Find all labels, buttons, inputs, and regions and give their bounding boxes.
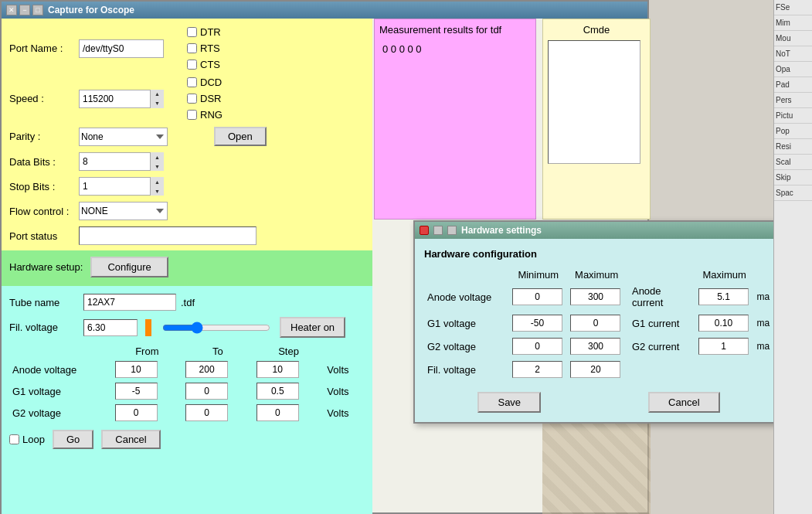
sidebar-item[interactable]: Pop xyxy=(774,124,812,139)
table-row: G2 voltage Volts xyxy=(9,402,365,424)
g2-max-input[interactable] xyxy=(570,338,620,355)
cts-checkbox[interactable] xyxy=(187,60,197,70)
parity-select[interactable]: None Even Odd xyxy=(79,128,168,146)
parity-spinner: None Even Odd xyxy=(79,128,168,146)
heater-button[interactable]: Heater on xyxy=(280,317,345,338)
rng-checkbox[interactable] xyxy=(187,110,197,120)
dtr-checkbox[interactable] xyxy=(187,27,197,37)
anode-from-input[interactable] xyxy=(115,361,158,378)
fil-max-input[interactable] xyxy=(570,361,620,378)
anode-unit: Volts xyxy=(324,359,365,380)
port-status-input[interactable] xyxy=(79,226,257,245)
flow-control-select[interactable]: NONE XON/XOFF RTS/CTS xyxy=(79,202,168,220)
sidebar-item[interactable]: Pad xyxy=(774,77,812,93)
loop-label: Loop xyxy=(22,434,45,445)
sidebar-item[interactable]: Skip xyxy=(774,170,812,186)
sidebar-item[interactable]: Scal xyxy=(774,155,812,170)
speed-down-button[interactable]: ▼ xyxy=(151,99,164,108)
sidebar-item[interactable]: Pictu xyxy=(774,108,812,124)
g1-from-input[interactable] xyxy=(115,383,158,400)
sidebar-item[interactable]: NoT xyxy=(774,46,812,62)
g2-from-input[interactable] xyxy=(115,404,158,421)
cyan-panel: Tube name .tdf Fil. voltage Heater on Fr… xyxy=(2,286,372,514)
sidebar-item[interactable]: Resi xyxy=(774,139,812,155)
th-maximum2: Maximum xyxy=(695,267,753,282)
hardware-setup-panel: Hardware setup: Configure xyxy=(2,250,372,290)
dsr-checkbox[interactable] xyxy=(187,94,197,104)
g1-step-input[interactable] xyxy=(257,383,299,400)
hw-maximize-icon[interactable] xyxy=(447,226,457,235)
port-name-input[interactable] xyxy=(79,39,164,58)
sidebar-item[interactable]: Pers xyxy=(774,93,812,108)
data-bits-down-button[interactable]: ▼ xyxy=(151,162,164,171)
table-row: G1 voltage G1 current ma xyxy=(424,311,773,335)
anode-current-unit: ma xyxy=(753,282,773,311)
measurement-title: Measurement results for tdf xyxy=(379,24,531,36)
fil-slider[interactable] xyxy=(162,321,270,335)
g1-voltage-label: G1 voltage xyxy=(9,380,112,402)
port-status-row: Port status xyxy=(9,226,365,245)
g2-voltage-label: G2 voltage xyxy=(9,402,112,424)
sidebar-item[interactable]: Opa xyxy=(774,62,812,77)
fil-min-input[interactable] xyxy=(512,361,562,378)
data-bits-label: Data Bits : xyxy=(9,156,79,168)
voltage-table: From To Step Anode voltage Volts G1 volt… xyxy=(9,344,365,424)
anode-current-input[interactable] xyxy=(698,288,749,305)
dcd-checkbox[interactable] xyxy=(187,77,197,87)
g2-voltage-label: G2 voltage xyxy=(424,335,509,358)
cmde-title: Cmde xyxy=(548,24,645,36)
cancel-button[interactable]: Cancel xyxy=(101,430,160,449)
col-header-step: Step xyxy=(253,344,324,359)
speed-row: Speed : ▲ ▼ DCD DSR RNG xyxy=(9,77,365,121)
stop-bits-label: Stop Bits : xyxy=(9,181,79,192)
g2-to-input[interactable] xyxy=(185,404,228,421)
col-header-unit xyxy=(324,344,365,359)
g2-step-input[interactable] xyxy=(257,404,299,421)
th-empty2 xyxy=(626,267,695,282)
sidebar-item[interactable]: FSe xyxy=(774,0,812,15)
close-icon[interactable]: ✕ xyxy=(6,5,17,15)
sidebar-item[interactable]: Mim xyxy=(774,15,812,31)
stop-bits-up-button[interactable]: ▲ xyxy=(151,177,164,186)
th-minimum: Minimum xyxy=(509,267,567,282)
g1-max-input[interactable] xyxy=(570,315,620,332)
hw-dialog-title: Hardware settings xyxy=(461,225,542,236)
minimize-icon[interactable]: − xyxy=(19,5,30,15)
go-button[interactable]: Go xyxy=(53,430,93,449)
g2-min-input[interactable] xyxy=(512,338,562,355)
g1-min-input[interactable] xyxy=(512,315,562,332)
dcd-row: DCD xyxy=(187,77,223,88)
rts-checkbox[interactable] xyxy=(187,43,197,53)
data-bits-up-button[interactable]: ▲ xyxy=(151,152,164,162)
anode-max-input[interactable] xyxy=(570,288,620,305)
table-row: Fil. voltage xyxy=(424,358,773,381)
sidebar-item[interactable]: Spac xyxy=(774,186,812,201)
dtr-rts-cts-group: DTR RTS CTS xyxy=(187,26,221,70)
g2-current-input[interactable] xyxy=(698,338,749,355)
maximize-icon[interactable]: □ xyxy=(32,5,43,15)
hw-minimize-icon[interactable] xyxy=(433,226,443,235)
anode-to-input[interactable] xyxy=(185,361,228,378)
anode-step-input[interactable] xyxy=(257,361,299,378)
flow-control-label: Flow control : xyxy=(9,206,79,217)
sidebar-item[interactable]: Mou xyxy=(774,31,812,46)
hw-cancel-button[interactable]: Cancel xyxy=(648,392,719,413)
loop-checkbox[interactable] xyxy=(9,434,19,444)
g1-to-input[interactable] xyxy=(185,383,228,400)
tube-name-input[interactable] xyxy=(83,294,176,311)
anode-min-input[interactable] xyxy=(512,288,562,305)
hardware-settings-dialog: Hardware settings Hardware configuration… xyxy=(413,220,784,424)
speed-up-button[interactable]: ▲ xyxy=(151,90,164,99)
stop-bits-down-button[interactable]: ▼ xyxy=(151,186,164,196)
col-header-to: To xyxy=(182,344,253,359)
stop-bits-arrows: ▲ ▼ xyxy=(150,177,164,196)
g1-current-input[interactable] xyxy=(698,315,749,332)
fil-voltage-input[interactable] xyxy=(83,319,138,336)
open-button[interactable]: Open xyxy=(214,127,267,146)
hw-save-button[interactable]: Save xyxy=(477,392,541,413)
hw-buttons: Save Cancel xyxy=(424,392,773,413)
hw-close-icon[interactable] xyxy=(420,226,429,235)
configure-button[interactable]: Configure xyxy=(90,257,168,277)
cmde-display xyxy=(548,40,640,164)
empty-cell2 xyxy=(695,358,753,381)
